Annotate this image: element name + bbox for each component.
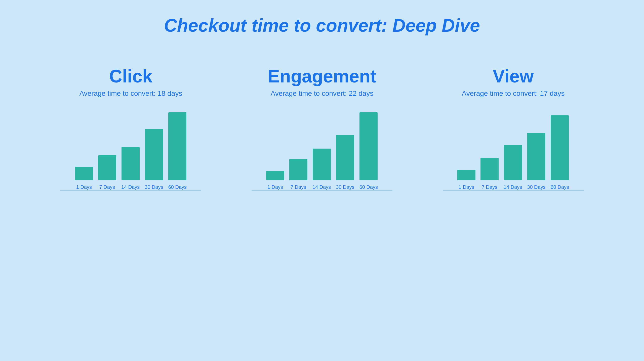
bar-label: 60 Days: [551, 184, 569, 190]
bar: [359, 112, 378, 180]
bar: [168, 112, 186, 180]
chart-section-engagement: EngagementAverage time to convert: 22 da…: [252, 66, 392, 191]
bar-group: 14 Days: [312, 149, 331, 190]
bar: [527, 133, 545, 180]
bar-label: 7 Days: [482, 184, 497, 190]
chart-subtitle-engagement: Average time to convert: 22 days: [271, 89, 374, 98]
bar-label: 7 Days: [291, 184, 306, 190]
bar-label: 14 Days: [312, 184, 331, 190]
bar-chart-view: 1 Days7 Days14 Days30 Days60 Days: [443, 110, 584, 191]
bar-label: 60 Days: [168, 184, 187, 190]
bar-group: 14 Days: [504, 145, 522, 190]
bar-group: 7 Days: [480, 158, 499, 190]
bar-label: 14 Days: [504, 184, 522, 190]
bar-label: 1 Days: [76, 184, 92, 190]
bar-group: 14 Days: [121, 147, 140, 190]
bar: [457, 170, 475, 180]
bar: [551, 115, 569, 180]
bar: [504, 145, 522, 180]
bar-label: 30 Days: [145, 184, 163, 190]
bar-group: 1 Days: [75, 167, 93, 190]
bar-group: 60 Days: [168, 112, 187, 190]
bar-chart-engagement: 1 Days7 Days14 Days30 Days60 Days: [252, 110, 392, 191]
bar-group: 30 Days: [145, 129, 163, 190]
page-title: Checkout time to convert: Deep Dive: [164, 15, 480, 36]
bar: [336, 135, 354, 180]
bar: [289, 159, 307, 180]
bar-label: 14 Days: [121, 184, 140, 190]
bar-group: 60 Days: [551, 115, 569, 190]
bar: [480, 158, 499, 180]
bar-label: 30 Days: [336, 184, 354, 190]
bar-group: 30 Days: [336, 135, 354, 190]
bar-label: 1 Days: [267, 184, 283, 190]
bar-group: 30 Days: [527, 133, 545, 190]
chart-subtitle-click: Average time to convert: 18 days: [79, 89, 182, 98]
bar-label: 30 Days: [527, 184, 545, 190]
bar: [98, 155, 116, 180]
bar: [122, 147, 140, 180]
bar: [313, 149, 331, 180]
charts-container: ClickAverage time to convert: 18 days1 D…: [0, 66, 644, 191]
chart-title-view: View: [493, 66, 534, 86]
bar: [145, 129, 163, 180]
bar-group: 1 Days: [266, 171, 284, 190]
chart-section-view: ViewAverage time to convert: 17 days1 Da…: [443, 66, 584, 191]
bar-group: 60 Days: [359, 112, 378, 190]
bar: [266, 171, 284, 180]
bar-chart-click: 1 Days7 Days14 Days30 Days60 Days: [60, 110, 201, 191]
bar-group: 1 Days: [457, 170, 475, 190]
bar-label: 7 Days: [99, 184, 115, 190]
bar-label: 60 Days: [359, 184, 378, 190]
bar: [75, 167, 93, 180]
bar-group: 7 Days: [289, 159, 307, 190]
bar-label: 1 Days: [459, 184, 474, 190]
chart-title-click: Click: [109, 66, 152, 86]
chart-subtitle-view: Average time to convert: 17 days: [462, 89, 565, 98]
chart-section-click: ClickAverage time to convert: 18 days1 D…: [60, 66, 201, 191]
chart-title-engagement: Engagement: [268, 66, 376, 86]
bar-group: 7 Days: [98, 155, 116, 190]
